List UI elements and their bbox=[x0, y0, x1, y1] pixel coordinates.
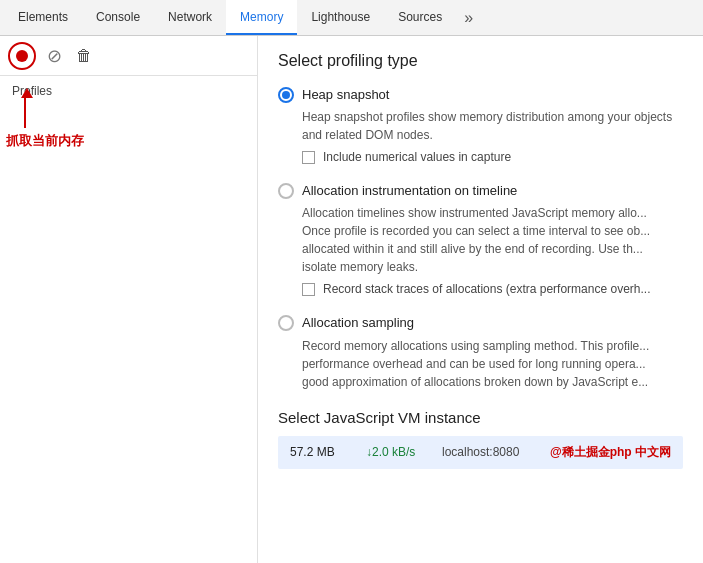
content-area: Select profiling type Heap snapshot Heap… bbox=[258, 36, 703, 563]
checkbox-numerical[interactable]: Include numerical values in capture bbox=[302, 150, 683, 164]
option-heap-label: Heap snapshot bbox=[302, 86, 389, 104]
option-heap-snapshot: Heap snapshot Heap snapshot profiles sho… bbox=[278, 86, 683, 164]
tab-elements[interactable]: Elements bbox=[4, 0, 82, 35]
option-sampling-desc: Record memory allocations using sampling… bbox=[302, 337, 683, 391]
checkbox-stack-box[interactable] bbox=[302, 283, 315, 296]
checkbox-numerical-label: Include numerical values in capture bbox=[323, 150, 511, 164]
tab-console[interactable]: Console bbox=[82, 0, 154, 35]
clear-button[interactable]: 🗑 bbox=[72, 44, 96, 68]
option-timeline-row[interactable]: Allocation instrumentation on timeline bbox=[278, 182, 683, 200]
tab-network[interactable]: Network bbox=[154, 0, 226, 35]
vm-speed: ↓2.0 kB/s bbox=[366, 445, 426, 459]
tab-bar: Elements Console Network Memory Lighthou… bbox=[0, 0, 703, 36]
option-sampling-label: Allocation sampling bbox=[302, 314, 414, 332]
option-allocation-sampling: Allocation sampling Record memory alloca… bbox=[278, 314, 683, 390]
vm-url: localhost:8080 bbox=[442, 445, 534, 459]
option-allocation-timeline: Allocation instrumentation on timeline A… bbox=[278, 182, 683, 296]
tab-sources[interactable]: Sources bbox=[384, 0, 456, 35]
main-layout: ⊘ 🗑 抓取当前内存 Profiles Select profiling typ… bbox=[0, 36, 703, 563]
option-sampling-row[interactable]: Allocation sampling bbox=[278, 314, 683, 332]
radio-sampling[interactable] bbox=[278, 315, 294, 331]
option-timeline-desc: Allocation timelines show instrumented J… bbox=[302, 204, 683, 276]
option-timeline-label: Allocation instrumentation on timeline bbox=[302, 182, 517, 200]
checkbox-stack-label: Record stack traces of allocations (extr… bbox=[323, 282, 650, 296]
record-button[interactable] bbox=[8, 42, 36, 70]
vm-size: 57.2 MB bbox=[290, 445, 350, 459]
annotation-text: 抓取当前内存 bbox=[6, 132, 84, 150]
vm-badge: @稀土掘金php 中文网 bbox=[550, 444, 671, 461]
arrow-head-icon bbox=[21, 88, 33, 98]
stop-icon: ⊘ bbox=[47, 45, 62, 67]
checkbox-numerical-box[interactable] bbox=[302, 151, 315, 164]
section-title: Select profiling type bbox=[278, 52, 683, 70]
arrow-line bbox=[24, 98, 26, 128]
radio-heap-snapshot[interactable] bbox=[278, 87, 294, 103]
trash-icon: 🗑 bbox=[76, 47, 92, 65]
option-heap-snapshot-row[interactable]: Heap snapshot bbox=[278, 86, 683, 104]
toolbar: ⊘ 🗑 bbox=[0, 36, 257, 76]
radio-timeline[interactable] bbox=[278, 183, 294, 199]
vm-instance-row[interactable]: 57.2 MB ↓2.0 kB/s localhost:8080 @稀土掘金ph… bbox=[278, 436, 683, 469]
record-icon bbox=[16, 50, 28, 62]
checkbox-stack-traces[interactable]: Record stack traces of allocations (extr… bbox=[302, 282, 683, 296]
tab-memory[interactable]: Memory bbox=[226, 0, 297, 35]
stop-button[interactable]: ⊘ bbox=[42, 44, 66, 68]
annotation: 抓取当前内存 bbox=[6, 88, 84, 150]
more-tabs-button[interactable]: » bbox=[456, 0, 481, 35]
option-heap-desc: Heap snapshot profiles show memory distr… bbox=[302, 108, 683, 144]
vm-section-title: Select JavaScript VM instance bbox=[278, 409, 683, 426]
sidebar: ⊘ 🗑 抓取当前内存 Profiles bbox=[0, 36, 258, 563]
tab-lighthouse[interactable]: Lighthouse bbox=[297, 0, 384, 35]
